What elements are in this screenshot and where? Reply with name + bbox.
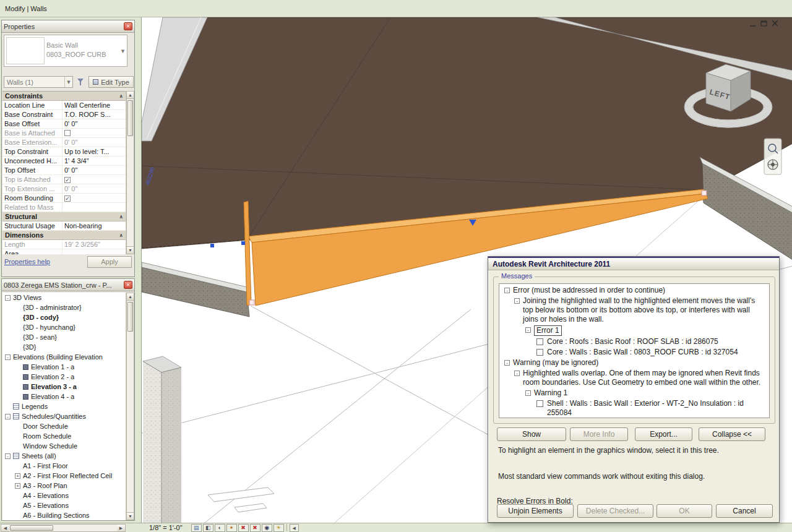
checkbox[interactable]: ✓ [64,195,71,202]
crop-view-icon[interactable]: ✖ [238,524,249,532]
scroll-up-icon[interactable]: ▲ [127,293,134,301]
collapse-icon[interactable]: - [525,390,531,396]
tree-item-elevation-1-a[interactable]: Elevation 1 - a [2,362,126,372]
tree-item-elevations-building-elevation[interactable]: -Elevations (Building Elevation [2,352,126,362]
scroll-down-icon[interactable]: ▼ [127,246,134,254]
message-text[interactable]: Error 1 [534,325,562,336]
scroll-down-icon[interactable]: ▼ [127,512,134,520]
collapse-icon[interactable]: - [5,453,11,459]
navigation-bar[interactable] [764,139,781,174]
tree-item-3d-views[interactable]: -3D Views [2,293,126,302]
prop-section-constraints[interactable]: Constraints∧ [2,92,126,101]
scrollbar-thumb[interactable] [127,302,133,332]
crop-region-visibility-icon[interactable]: ✖ [250,524,260,532]
checkbox[interactable] [536,400,543,407]
scroll-left-icon[interactable]: ◀ [1,525,9,531]
detail-level-icon[interactable]: ▤ [191,524,202,532]
message-text[interactable]: Joining the highlighted wall to the high… [523,296,767,324]
collapse-icon[interactable]: - [5,414,11,419]
tree-item-a2-first-floor-reflected-ceil[interactable]: +A2 - First Floor Reflected Ceil [2,471,126,481]
browser-horizontal-scrollbar[interactable]: ◀ ▶ [1,524,126,532]
collapse-icon[interactable]: ∧ [119,233,124,238]
checkbox[interactable] [536,349,543,356]
tree-item-3d-administrator[interactable]: {3D - administrator} [2,302,126,312]
tree-item-room-schedule[interactable]: Room Schedule [2,431,126,441]
prop-value[interactable]: T.O. ROOF S... [62,110,126,119]
scrollbar-thumb[interactable] [127,100,133,136]
temporary-hide-isolate-icon[interactable]: ◉ [262,524,272,532]
collapse-icon[interactable]: - [514,371,520,376]
collapse-icon[interactable]: - [525,327,531,333]
scrollbar-thumb[interactable] [10,525,53,531]
reveal-hidden-elements-icon[interactable]: ☀ [273,524,284,532]
steering-wheel-icon[interactable] [768,160,778,169]
message-text[interactable]: Core : Walls : Basic Wall : 0803_ROOF CU… [547,348,738,357]
chevron-down-icon[interactable]: ▾ [64,77,72,87]
chevron-down-icon[interactable]: ▾ [119,35,127,66]
prop-section-dimensions[interactable]: Dimensions∧ [2,231,126,240]
type-selector[interactable]: Basic Wall 0803_ROOF CURB ▾ [4,35,127,67]
checkbox[interactable] [536,338,543,345]
scroll-right-icon[interactable]: ▶ [117,525,125,531]
prop-value[interactable]: ✓ [62,194,126,202]
show-button[interactable]: Show [497,427,566,441]
apply-button[interactable]: Apply [87,256,132,268]
collapse-icon[interactable]: ∧ [119,214,124,220]
message-text[interactable]: Warning 1 [534,388,567,398]
prop-value[interactable]: 0' 0" [62,166,126,174]
tree-item-elevation-3-a[interactable]: Elevation 3 - a [2,382,126,392]
browser-scrollbar[interactable]: ▲ ▼ [126,293,134,520]
expand-icon[interactable]: + [15,473,20,479]
tree-item-window-schedule[interactable]: Window Schedule [2,441,126,451]
export-button[interactable]: Export... [635,427,692,441]
properties-grid[interactable]: Constraints∧Location LineWall Centerline… [2,91,126,254]
view-scale-button[interactable]: 1/8" = 1'-0" [149,524,183,531]
cancel-button[interactable]: Cancel [716,504,773,518]
rendering-dialog-icon[interactable]: ✶ [226,524,237,532]
scroll-up-icon[interactable]: ▲ [127,92,134,99]
project-browser-tree[interactable]: -3D Views{3D - administrator}{3D - cody}… [2,293,126,520]
collapse-icon[interactable]: ∧ [119,93,124,99]
tree-item-3d[interactable]: {3D} [2,342,126,352]
message-text[interactable]: Core : Roofs : Basic Roof : ROOF SLAB : … [547,337,718,346]
message-text[interactable]: Highlighted walls overlap. One of them m… [523,369,767,387]
prop-value[interactable]: 1' 4 3/4" [62,157,126,165]
dialog-title-bar[interactable]: Autodesk Revit Architecture 2011 [488,257,779,270]
prop-value[interactable]: Up to level: T... [62,147,126,156]
collapse-icon[interactable]: - [504,288,510,293]
expand-icon[interactable]: + [15,483,20,489]
message-text[interactable]: Shell : Walls : Basic Wall : Exterior - … [547,399,767,418]
collapse-icon[interactable]: - [5,354,11,360]
tree-item-a6-building-sections[interactable]: A6 - Building Sections [2,510,126,520]
tree-item-legends[interactable]: Legends [2,401,126,411]
close-icon[interactable]: × [124,281,132,289]
properties-scrollbar[interactable]: ▲ ▼ [126,91,134,254]
tree-item-3d-sean[interactable]: {3D - sean} [2,332,126,342]
project-browser-title-bar[interactable]: 0803 Zerega EMS Station_crw - P... × [2,279,134,291]
prop-value[interactable]: Non-bearing [62,221,126,230]
prop-value[interactable] [62,249,126,254]
tree-item-elevation-4-a[interactable]: Elevation 4 - a [2,392,126,401]
prop-section-structural[interactable]: Structural∧ [2,212,126,221]
unjoin-elements-button[interactable]: Unjoin Elements [497,504,574,518]
tree-item-3d-cody[interactable]: {3D - cody} [2,312,126,322]
shadows-icon[interactable]: ◐ [215,524,225,532]
tree-item-sheets-all[interactable]: -Sheets (all) [2,451,126,461]
message-text[interactable]: Warning (may be ignored) [513,358,598,367]
close-icon[interactable]: × [124,22,132,30]
message-text[interactable]: Error (must be addressed in order to con… [513,286,665,295]
properties-help-link[interactable]: Properties help [4,258,50,265]
collapse-icon[interactable]: - [5,295,11,301]
prop-value[interactable]: Wall Centerline [62,101,126,109]
element-filter-select[interactable]: Walls (1) ▾ [4,76,73,88]
visual-style-icon[interactable]: ◧ [203,524,213,532]
tree-item-door-schedule[interactable]: Door Schedule [2,421,126,431]
tree-item-elevation-2-a[interactable]: Elevation 2 - a [2,372,126,382]
tree-item-a1-first-floor[interactable]: A1 - First Floor [2,461,126,471]
canvas-scroll-left-button[interactable]: ◀ [290,524,299,532]
edit-type-button[interactable]: Edit Type [88,76,134,88]
tree-item-a5-elevations[interactable]: A5 - Elevations [2,500,126,510]
prop-value[interactable]: 0' 0" [62,119,126,128]
tree-item-a4-elevations[interactable]: A4 - Elevations [2,491,126,500]
tree-item-schedules-quantities[interactable]: -Schedules/Quantities [2,411,126,421]
